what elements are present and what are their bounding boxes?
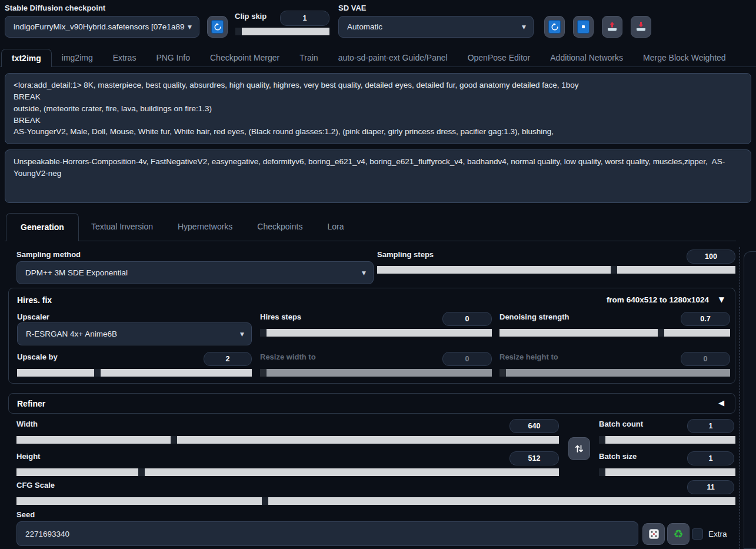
slider-thumb (499, 369, 506, 377)
denoising-strength-input[interactable] (681, 312, 730, 326)
refiner-collapse-icon[interactable]: ◀ (718, 398, 724, 407)
slider-thumb[interactable] (171, 436, 177, 444)
column-resize-handle[interactable] (740, 247, 740, 549)
slider-thumb[interactable] (611, 266, 617, 274)
save-settings-button[interactable] (573, 16, 594, 38)
tab-png-info[interactable]: PNG Info (146, 49, 200, 66)
export-settings-button[interactable] (602, 16, 622, 38)
resize-width-slider (260, 369, 492, 377)
dice-icon (648, 528, 660, 540)
sampling-steps-input[interactable] (687, 249, 735, 264)
tab-auto-sd-paint-ext[interactable]: auto-sd-paint-ext Guide/Panel (328, 49, 458, 66)
swap-dimensions-button[interactable] (568, 437, 590, 460)
results-panel-edge (744, 251, 756, 549)
tab-textual-inversion[interactable]: Textual Inversion (79, 213, 165, 241)
sampling-steps-slider[interactable] (377, 266, 735, 274)
batch-size-input[interactable] (687, 451, 734, 465)
hires-resolution-note: from 640x512 to 1280x1024 (607, 295, 709, 304)
hires-fix-title: Hires. fix (17, 295, 52, 305)
refiner-title: Refiner (17, 399, 45, 408)
upscale-by-input[interactable] (204, 352, 252, 366)
cfg-scale-slider[interactable] (16, 497, 735, 505)
swap-arrows-icon (574, 443, 585, 454)
slider-thumb[interactable] (658, 329, 664, 337)
hires-steps-slider[interactable] (260, 329, 492, 337)
tab-extras[interactable]: Extras (103, 49, 146, 66)
tab-openpose-editor[interactable]: OpenPose Editor (458, 49, 541, 66)
sampling-steps-label: Sampling steps (377, 250, 434, 259)
extra-seed-label: Extra (708, 530, 727, 538)
tab-merge-block-weighted[interactable]: Merge Block Weighted (633, 49, 736, 66)
batch-count-input[interactable] (687, 419, 734, 433)
chevron-down-icon: ▼ (522, 24, 526, 29)
prompt-input[interactable]: <lora:add_detail:1> 8K, masterpiece, bes… (5, 73, 751, 144)
upscaler-value: R-ESRGAN 4x+ Anime6B (26, 330, 117, 338)
resize-width-input (442, 352, 492, 366)
clip-skip-input[interactable] (280, 11, 329, 26)
tab-hypernetworks[interactable]: Hypernetworks (165, 213, 245, 241)
checkpoint-dropdown[interactable]: indigoFurryMix_v90Hybrid.safetensors [07… (5, 16, 199, 38)
cfg-scale-input[interactable] (687, 480, 734, 494)
cfg-scale-label: CFG Scale (16, 481, 55, 490)
clip-skip-slider[interactable] (235, 28, 329, 35)
negative-prompt-input[interactable]: Unspeakable-Horrors-Composition-4v, Fast… (5, 149, 751, 203)
batch-size-slider[interactable] (599, 468, 735, 476)
slider-thumb[interactable] (235, 28, 242, 35)
main-tab-bar: txt2img img2img Extras PNG Info Checkpoi… (0, 49, 756, 67)
extra-seed-checkbox[interactable] (692, 528, 703, 540)
slider-thumb (260, 369, 267, 377)
sd-vae-value: Automatic (347, 22, 382, 31)
slider-thumb[interactable] (94, 369, 101, 377)
tab-checkpoints[interactable]: Checkpoints (245, 213, 315, 241)
slider-thumb[interactable] (260, 329, 267, 337)
sampling-method-value: DPM++ 3M SDE Exponential (25, 268, 128, 277)
sd-vae-dropdown[interactable]: Automatic ▼ (338, 16, 534, 38)
slider-thumb[interactable] (138, 468, 145, 476)
sampling-method-dropdown[interactable]: DPM++ 3M SDE Exponential ▼ (16, 261, 374, 284)
seed-label: Seed (16, 510, 35, 519)
stable-diffusion-webui: Stable Diffusion checkpoint indigoFurryM… (0, 0, 756, 549)
hires-collapse-icon[interactable]: ▼ (719, 295, 724, 304)
checkpoint-value: indigoFurryMix_v90Hybrid.safetensors [07… (14, 22, 184, 31)
chevron-down-icon: ▼ (240, 331, 244, 337)
tab-additional-networks[interactable]: Additional Networks (540, 49, 633, 66)
hires-steps-input[interactable] (442, 312, 492, 326)
refresh-icon (548, 20, 561, 34)
inbox-tray-icon (635, 21, 647, 33)
generation-tab-bar: Generation Textual Inversion Hypernetwor… (5, 213, 736, 241)
height-input[interactable] (509, 451, 559, 465)
slider-thumb[interactable] (262, 497, 268, 505)
outbox-tray-icon (606, 21, 618, 33)
random-seed-button[interactable] (642, 523, 665, 545)
refresh-vae-button[interactable] (544, 16, 565, 38)
denoising-strength-label: Denoising strength (499, 312, 569, 321)
width-label: Width (16, 420, 38, 428)
refresh-checkpoint-button[interactable] (207, 16, 228, 38)
slider-thumb[interactable] (599, 436, 605, 444)
denoising-strength-slider[interactable] (499, 329, 730, 337)
seed-input[interactable] (16, 521, 638, 546)
slider-thumb[interactable] (599, 468, 605, 476)
sd-vae-label: SD VAE (338, 4, 366, 12)
tab-lora[interactable]: Lora (315, 213, 356, 241)
batch-count-label: Batch count (599, 420, 643, 428)
refresh-icon (211, 20, 224, 34)
upscale-by-slider[interactable] (17, 369, 252, 377)
upscaler-dropdown[interactable]: R-ESRGAN 4x+ Anime6B ▼ (17, 322, 252, 345)
import-settings-button[interactable] (631, 16, 651, 38)
tab-img2img[interactable]: img2img (52, 49, 103, 66)
tab-checkpoint-merger[interactable]: Checkpoint Merger (200, 49, 289, 66)
refiner-panel[interactable]: Refiner ◀ (8, 393, 735, 414)
checkpoint-label: Stable Diffusion checkpoint (5, 4, 105, 12)
recycle-icon: ♻ (673, 528, 683, 540)
width-slider[interactable] (16, 436, 559, 444)
width-input[interactable] (509, 419, 559, 433)
reuse-seed-button[interactable]: ♻ (667, 523, 690, 545)
batch-count-slider[interactable] (599, 436, 735, 444)
tab-train[interactable]: Train (289, 49, 328, 66)
sampling-method-label: Sampling method (16, 250, 81, 259)
tab-generation[interactable]: Generation (6, 213, 79, 241)
height-slider[interactable] (16, 468, 559, 476)
chevron-down-icon: ▼ (188, 24, 192, 29)
tab-txt2img[interactable]: txt2img (1, 49, 52, 67)
